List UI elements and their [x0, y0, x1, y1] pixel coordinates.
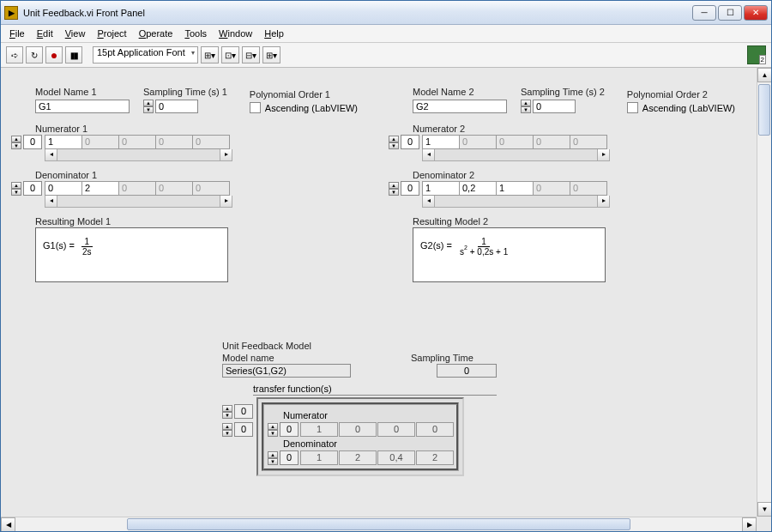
menu-operate[interactable]: Operate	[134, 27, 178, 40]
model1-den-array[interactable]: 0 2 0 0 0	[45, 181, 232, 196]
model2-result-lhs: G2(s) =	[420, 240, 452, 251]
maximize-button[interactable]: ☐	[718, 5, 742, 21]
run-continuous-button[interactable]: ↻	[26, 46, 43, 63]
model1-denominator-label: Denominator 1	[35, 170, 378, 180]
model1-ascending-checkbox[interactable]	[250, 102, 261, 113]
scroll-left-button[interactable]: ◀	[1, 517, 15, 531]
model1-num-scrollbar[interactable]: ◂▸	[45, 149, 232, 161]
model2-den-idx-spinner[interactable]: ▲▼	[389, 182, 399, 196]
menu-window[interactable]: Window	[214, 27, 257, 40]
model1-sampling-input[interactable]: 0	[155, 100, 198, 113]
model2-num-cell-3[interactable]: 0	[533, 135, 570, 149]
feedback-tf-idx1-spinner[interactable]: ▲▼	[222, 423, 232, 437]
feedback-den-idx-spinner[interactable]: ▲▼	[268, 451, 278, 465]
model2-result-den: s2 + 0,2s + 1	[456, 247, 511, 257]
model1-numerator-label: Numerator 1	[35, 124, 378, 134]
model1-den-idx[interactable]: 0	[23, 181, 42, 196]
feedback-den-cell-3: 2	[416, 450, 454, 465]
model1-den-scrollbar[interactable]: ◂▸	[45, 196, 232, 208]
model2-den-scrollbar[interactable]: ◂▸	[422, 196, 610, 208]
feedback-num-cell-1: 0	[339, 422, 377, 437]
titlebar: ▶ Unit Feedback.vi Front Panel ─ ☐ ✕	[1, 1, 771, 25]
feedback-num-cell-0: 1	[300, 422, 338, 437]
menu-edit[interactable]: Edit	[32, 27, 58, 40]
align-button[interactable]: ⊞▾	[201, 46, 219, 63]
scroll-up-button[interactable]: ▲	[757, 68, 771, 82]
abort-button[interactable]: ●	[45, 46, 63, 63]
menu-view[interactable]: View	[60, 27, 91, 40]
vertical-scrollbar[interactable]: ▲ ▼	[757, 68, 771, 517]
pause-button[interactable]: ▮▮	[65, 46, 82, 63]
model1-num-cell-3[interactable]: 0	[155, 135, 193, 149]
model1-num-array[interactable]: 1 0 0 0 0	[45, 135, 232, 149]
menu-file[interactable]: File	[4, 27, 30, 40]
horizontal-scrollbar[interactable]: ◀ ▶	[1, 517, 757, 531]
model1-den-cell-4[interactable]: 0	[192, 181, 230, 196]
font-select[interactable]: 15pt Application Font	[93, 46, 198, 63]
feedback-den-cell-1: 2	[339, 450, 377, 465]
menu-tools[interactable]: Tools	[179, 27, 212, 40]
feedback-den-cell-0: 1	[300, 450, 338, 465]
feedback-model-name-label: Model name	[222, 353, 411, 363]
model2-result-label: Resulting Model 2	[413, 216, 756, 227]
model2-den-cell-0[interactable]: 1	[422, 181, 460, 196]
model1-num-idx-spinner[interactable]: ▲▼	[11, 136, 21, 149]
model2-den-cell-3[interactable]: 0	[533, 181, 570, 196]
scroll-down-button[interactable]: ▼	[757, 502, 771, 517]
toolbar: ➪ ↻ ● ▮▮ 15pt Application Font ⊞▾ ⊡▾ ⊟▾ …	[1, 43, 771, 68]
front-panel: Model Name 1 G1 Sampling Time (s) 1 ▲▼ 0…	[1, 68, 771, 531]
feedback-tf-label: transfer function(s)	[253, 383, 497, 396]
model2-den-array[interactable]: 1 0,2 1 0 0	[422, 181, 610, 196]
feedback-sampling: 0	[437, 364, 497, 378]
model2-ascending-label: Ascending (LabVIEW)	[642, 103, 735, 113]
model2-num-cell-4[interactable]: 0	[570, 135, 607, 149]
model1-den-cell-2[interactable]: 0	[118, 181, 156, 196]
model2-name-label: Model Name 2	[413, 87, 507, 97]
model2-name-input[interactable]: G2	[413, 100, 507, 113]
model1-num-cell-0[interactable]: 1	[45, 135, 82, 149]
model2-num-cell-2[interactable]: 0	[496, 135, 534, 149]
model1-den-idx-spinner[interactable]: ▲▼	[11, 182, 21, 196]
model2-num-array[interactable]: 1 0 0 0 0	[422, 135, 610, 149]
model2-num-scrollbar[interactable]: ◂▸	[422, 149, 610, 161]
model2-den-cell-2[interactable]: 1	[496, 181, 534, 196]
model2-num-cell-1[interactable]: 0	[459, 135, 497, 149]
feedback-num-idx-spinner[interactable]: ▲▼	[268, 423, 278, 437]
model2-numerator-label: Numerator 2	[413, 124, 756, 134]
model2-ascending-checkbox[interactable]	[627, 102, 638, 113]
minimize-button[interactable]: ─	[692, 5, 716, 21]
distribute-button[interactable]: ⊡▾	[221, 46, 239, 63]
model2-result-num: 1	[478, 237, 490, 247]
feedback-num-idx: 0	[280, 422, 299, 437]
model2-sampling-input[interactable]: 0	[533, 100, 576, 113]
model1-num-cell-4[interactable]: 0	[192, 135, 230, 149]
model2-den-cell-4[interactable]: 0	[570, 181, 607, 196]
model1-den-cell-0[interactable]: 0	[45, 181, 82, 196]
model2-num-idx-spinner[interactable]: ▲▼	[389, 136, 399, 149]
close-button[interactable]: ✕	[744, 5, 768, 21]
model2-sampling-label: Sampling Time (s) 2	[521, 87, 605, 97]
menu-project[interactable]: Project	[92, 27, 131, 40]
scroll-right-button[interactable]: ▶	[742, 517, 757, 531]
model1-sampling-spinner[interactable]: ▲▼	[143, 100, 154, 113]
vi-icon[interactable]	[747, 45, 766, 64]
resize-button[interactable]: ⊟▾	[242, 46, 260, 63]
model2-den-idx[interactable]: 0	[401, 181, 419, 196]
model1-den-cell-1[interactable]: 2	[81, 181, 119, 196]
model2-num-idx[interactable]: 0	[401, 135, 419, 149]
model2-poly-label: Polynomial Order 2	[627, 89, 735, 100]
reorder-button[interactable]: ⊞▾	[262, 46, 280, 63]
feedback-tf-idx0-spinner[interactable]: ▲▼	[222, 405, 232, 419]
model1-name-input[interactable]: G1	[35, 100, 130, 113]
model1-den-cell-3[interactable]: 0	[155, 181, 193, 196]
run-button[interactable]: ➪	[6, 46, 23, 63]
model1-num-cell-1[interactable]: 0	[81, 135, 119, 149]
model2-sampling-spinner[interactable]: ▲▼	[521, 100, 531, 113]
model1-num-idx[interactable]: 0	[23, 135, 42, 149]
unit-feedback-cluster: Unit Feedback Model Model name Series(G1…	[222, 341, 497, 476]
menu-help[interactable]: Help	[259, 27, 289, 40]
model2-num-cell-0[interactable]: 1	[422, 135, 460, 149]
model2-denominator-label: Denominator 2	[413, 170, 756, 180]
model2-den-cell-1[interactable]: 0,2	[459, 181, 497, 196]
model1-num-cell-2[interactable]: 0	[118, 135, 156, 149]
